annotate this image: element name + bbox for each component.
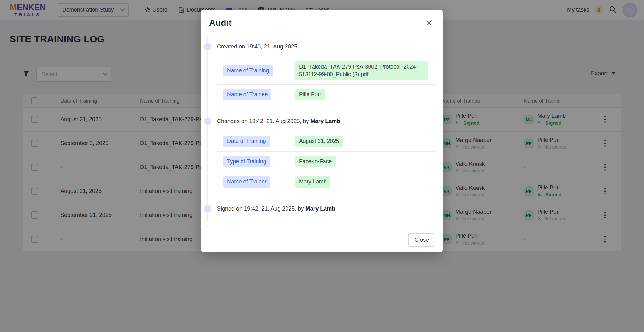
audit-field-row: Date of TrainingAugust 21, 2025 — [217, 131, 436, 152]
audit-fields-card: Name of TrainingD1_Takeda_TAK-279-PsA-30… — [217, 57, 436, 105]
audit-modal-footer: Close — [201, 227, 443, 252]
timeline-entries: Created on 19:40, 21. Aug 2025Name of Tr… — [204, 43, 436, 227]
field-label-col: Name of Trainer — [223, 176, 295, 188]
field-value-pill: Mary Lamb — [295, 176, 330, 188]
timeline-event: Signed on 12:13, 03. Sep 2025, by Pille … — [204, 226, 436, 227]
field-label-col: Date of Training — [223, 136, 295, 147]
timeline-event-text: Changes on 19:42, 21. Aug 2025, by Mary … — [217, 118, 340, 125]
timeline-event-text: Signed on 12:13, 03. Sep 2025, by Pille … — [217, 227, 330, 227]
field-label-pill: Name of Training — [223, 65, 273, 76]
timeline-dot — [204, 118, 211, 125]
timeline-dot — [204, 43, 211, 50]
timeline-event-text: Created on 19:40, 21. Aug 2025 — [217, 43, 297, 50]
field-label-col: Name of Training — [223, 65, 295, 76]
field-value-pill: August 21, 2025 — [295, 136, 343, 147]
timeline-event: Signed on 19:42, 21. Aug 2025, by Mary L… — [204, 205, 436, 212]
actor-name: Mary Lamb — [310, 118, 340, 124]
field-label-col: Name of Trainee — [223, 89, 295, 100]
audit-modal-title: Audit — [209, 18, 232, 28]
field-label-col: Type of Training — [223, 156, 295, 167]
field-label-pill: Type of Training — [223, 156, 270, 167]
actor-name: Pille Puri — [306, 227, 330, 227]
audit-field-row: Name of TraineePille Puri — [217, 85, 436, 105]
field-label-pill: Date of Training — [223, 136, 270, 147]
field-value-pill: Face-to-Face — [295, 156, 336, 167]
audit-modal: Audit Created on 19:40, 21. Aug 2025Name… — [201, 10, 443, 252]
timeline-dot — [204, 226, 211, 227]
audit-timeline: Created on 19:40, 21. Aug 2025Name of Tr… — [201, 36, 443, 227]
audit-modal-header: Audit — [201, 10, 443, 36]
timeline-event: Changes on 19:42, 21. Aug 2025, by Mary … — [204, 118, 436, 125]
close-button[interactable]: Close — [408, 233, 435, 247]
field-label-pill: Name of Trainer — [223, 176, 270, 188]
audit-field-row: Name of TrainerMary Lamb — [217, 172, 436, 192]
timeline-line — [207, 36, 208, 221]
timeline-dot — [204, 205, 211, 212]
timeline-event-text: Signed on 19:42, 21. Aug 2025, by Mary L… — [217, 205, 335, 212]
actor-name: Mary Lamb — [305, 205, 335, 212]
audit-fields-card: Date of TrainingAugust 21, 2025Type of T… — [217, 131, 436, 192]
audit-field-row: Type of TrainingFace-to-Face — [217, 152, 436, 172]
close-icon[interactable] — [424, 18, 435, 28]
audit-field-row: Name of TrainingD1_Takeda_TAK-279-PsA-30… — [217, 57, 436, 85]
field-value-pill: Pille Puri — [295, 89, 325, 100]
timeline-event: Created on 19:40, 21. Aug 2025 — [204, 43, 436, 50]
field-label-pill: Name of Trainee — [223, 89, 271, 100]
field-value-pill: D1_Takeda_TAK-279-PsA-3002_Protocol_2024… — [295, 61, 428, 80]
